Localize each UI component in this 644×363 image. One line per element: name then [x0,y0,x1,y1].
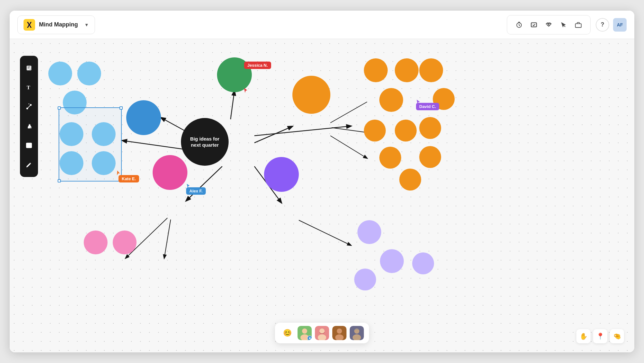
purple-small-node-1[interactable] [357,220,381,244]
kate-label: Kate E. [118,175,139,182]
pen-tool[interactable] [20,156,38,174]
map-pin-button[interactable]: 📍 [593,329,607,343]
purple-small-node-4[interactable] [354,269,376,290]
orange-fr-node-1[interactable] [419,58,443,82]
header-tools [507,15,591,34]
user-avatar-2[interactable] [315,326,329,340]
orange-small-node-5[interactable] [395,120,417,142]
orange-small-node-1[interactable] [364,58,388,82]
svg-line-16 [186,166,222,201]
purple-small-node-3[interactable] [412,252,434,274]
svg-line-15 [254,126,292,143]
svg-line-22 [330,136,367,158]
handle-top-left[interactable] [58,106,61,110]
handle-top-right[interactable] [119,106,123,110]
left-toolbar: T [20,56,38,177]
app-container: Mind Mapping ▼ [10,11,634,352]
svg-point-12 [27,144,28,145]
purple-node[interactable] [264,157,299,192]
orange-fr-node-5[interactable] [399,169,421,191]
purple-small-node-2[interactable] [380,249,404,273]
jessica-cursor [243,87,249,95]
dropdown-arrow-icon[interactable]: ▼ [84,22,89,27]
timer-tool-button[interactable] [513,19,525,31]
miro-logo-icon [24,19,35,31]
zoom-gesture-button[interactable]: 🤏 [610,329,624,343]
image-tool[interactable] [20,136,38,154]
orange-large-node[interactable] [292,76,330,114]
david-label: David C. [416,103,439,110]
jessica-label: Jessica N. [244,62,271,69]
jessica-cursor-arrow [243,87,249,94]
bottom-toolbar: 😊 ★ [275,323,369,343]
user-avatar-1[interactable]: ★ [298,326,312,340]
orange-fr-node-3[interactable] [419,117,441,139]
star-badge: ★ [307,336,312,340]
svg-text:T: T [27,84,30,91]
svg-rect-5 [575,24,581,27]
svg-rect-2 [531,23,537,27]
help-button[interactable]: ? [596,18,609,32]
user-avatar-4[interactable] [350,326,364,340]
logo-button[interactable]: Mind Mapping ▼ [17,15,95,34]
avatar-4-image [350,326,364,340]
header-right: ? AF [596,18,627,32]
orange-small-node-6[interactable] [379,147,401,169]
blue-large-node[interactable] [126,100,161,135]
emoji-button[interactable]: 😊 [280,326,294,340]
user-avatar-button[interactable]: AF [613,18,627,32]
svg-line-13 [231,91,234,119]
blue-tl-node-1[interactable] [48,62,72,85]
avatar-2-image [315,326,329,340]
alexf-label: Alex F. [186,187,206,195]
orange-fr-node-4[interactable] [419,146,441,168]
app-title: Mind Mapping [39,21,78,28]
svg-point-33 [337,329,342,334]
user-avatar-3[interactable] [332,326,346,340]
shape-tool[interactable] [20,117,38,135]
briefcase-tool-button[interactable] [572,19,584,31]
svg-line-20 [330,102,367,123]
avatar-3-image [332,326,346,340]
cursor-tool-button[interactable] [557,19,570,31]
orange-small-node-4[interactable] [364,120,386,142]
header: Mind Mapping ▼ [10,11,634,39]
svg-rect-11 [26,143,32,148]
orange-small-node-3[interactable] [379,88,403,112]
selection-box [59,107,122,182]
pink-small-node-2[interactable] [113,231,137,254]
svg-line-25 [164,220,171,258]
orange-small-node-2[interactable] [395,58,419,82]
check-tool-button[interactable] [528,19,540,31]
svg-point-4 [549,23,551,25]
svg-line-19 [254,126,351,136]
handle-bottom-left[interactable] [58,179,61,182]
svg-line-21 [332,128,367,132]
hand-tool-button[interactable]: ✋ [576,329,591,343]
connector-tool[interactable] [20,98,38,116]
text-tool[interactable]: T [20,78,38,96]
pink-node[interactable] [153,155,187,190]
bottom-right-tools: ✋ 📍 🤏 [576,329,624,343]
center-node[interactable]: Big ideas for next quarter [181,118,229,166]
svg-point-27 [302,329,307,334]
pink-small-node-1[interactable] [84,231,108,254]
blue-tl-node-2[interactable] [77,62,101,85]
sticky-note-tool[interactable] [20,59,38,77]
spy-tool-button[interactable] [543,19,555,31]
svg-line-23 [299,220,351,245]
